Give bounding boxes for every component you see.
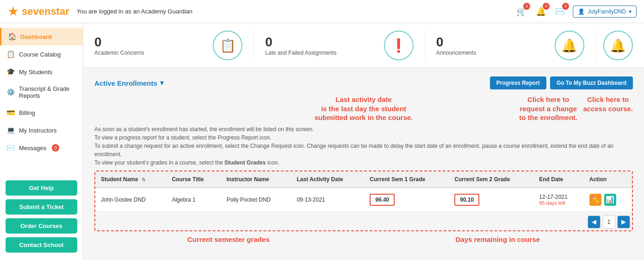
enrollment-header-buttons: Progress Report Go To My Buzz Dashboard <box>490 76 633 89</box>
next-page-button[interactable]: ▶ <box>617 216 630 228</box>
logo-text: sevenstar <box>22 6 69 18</box>
stat-late-failed: 0 Late and Failed Assignments ❗ <box>254 31 425 60</box>
header-left: ★ sevenstar You are logged in as an Acad… <box>7 4 192 19</box>
sidebar-label-messages: Messages <box>19 145 46 152</box>
stat-late-value: 0 <box>265 35 336 50</box>
pagination-row: ◀ 1 ▶ <box>95 212 632 230</box>
col-sem1-grade: Current Sem 1 Grade <box>364 171 449 188</box>
info-line-3: To submit a change request for an active… <box>94 142 633 159</box>
cell-action: ✏️ 📊 <box>584 188 632 212</box>
enrollment-info-text: As soon as a student's enrollment has st… <box>94 125 633 167</box>
user-menu-button[interactable]: 👤 JulyFamilyDND ▾ <box>573 6 637 18</box>
messages-button[interactable]: ✉️ 0 <box>553 5 567 19</box>
sidebar-item-my-instructors[interactable]: 💻 My Instructors <box>0 121 83 139</box>
sidebar-label-dashboard: Dashboard <box>20 33 52 40</box>
cell-last-activity: 09-13-2021 <box>291 188 364 212</box>
info-line-4: To view your student's grades in a cours… <box>94 159 633 167</box>
bottom-annotations: Current semester grades Days remaining i… <box>94 235 633 244</box>
days-left-value: 95 days left <box>539 200 578 206</box>
layout: 🏠 Dashboard 📋 Course Catalog 🎓 My Studen… <box>0 23 644 260</box>
info-line-2: To view a progress report for a student,… <box>94 133 633 142</box>
sidebar-item-messages[interactable]: ✉️ Messages 0 <box>0 139 83 157</box>
student-grades-icon[interactable]: 📊 <box>604 194 616 206</box>
col-sem2-grade: Current Sem 2 Grade <box>449 171 533 188</box>
stat-late-label: Late and Failed Assignments <box>265 50 336 56</box>
sem2-grade-box: 90.10 <box>454 194 479 206</box>
sidebar-item-my-students[interactable]: 🎓 My Students <box>0 63 83 81</box>
cell-instructor-name: Polly Pocket DND <box>221 188 291 212</box>
contact-school-button[interactable]: Contact School <box>6 237 77 253</box>
content-area: Active Enrollments ▾ Progress Report Go … <box>83 68 644 252</box>
enrollments-title-text: Active Enrollments <box>94 79 157 87</box>
prev-page-button[interactable]: ◀ <box>588 216 601 228</box>
get-help-button[interactable]: Get Help <box>6 180 77 196</box>
cell-course-title: Algebra 1 <box>166 188 221 212</box>
catalog-icon: 📋 <box>6 50 15 58</box>
enrollments-header: Active Enrollments ▾ Progress Report Go … <box>94 76 633 89</box>
action-icons-row: ✏️ 📊 <box>589 194 626 206</box>
message-badge: 0 <box>562 3 569 10</box>
table-row: John Goslee DND Algebra 1 Polly Pocket D… <box>95 188 632 212</box>
messages-badge: 0 <box>52 144 59 152</box>
sidebar-label-billing: Billing <box>19 109 35 116</box>
cell-sem1-grade: 96.40 <box>364 188 449 212</box>
annotation-change-enrollment: Click here torequest a changeto the enro… <box>519 95 577 122</box>
home-icon: 🏠 <box>8 32 17 41</box>
stat-academic-icon: 📋 <box>213 31 242 60</box>
enrollments-dropdown-icon: ▾ <box>160 79 164 87</box>
buzz-dashboard-button[interactable]: Go To My Buzz Dashboard <box>550 76 633 89</box>
header: ★ sevenstar You are logged in as an Acad… <box>0 0 644 23</box>
annotation-access-course: Click here toaccess course. <box>583 95 633 113</box>
sidebar-item-billing[interactable]: 💳 Billing <box>0 104 83 121</box>
cell-sem2-grade: 90.10 <box>449 188 533 212</box>
main-content: 0 Academic Concerns 📋 0 Late and Failed … <box>83 23 644 260</box>
sidebar-item-dashboard[interactable]: 🏠 Dashboard <box>0 28 83 45</box>
stat-bell-placeholder: 🔔 <box>596 31 633 60</box>
user-dropdown-icon: ▾ <box>629 8 632 15</box>
enrollments-title[interactable]: Active Enrollments ▾ <box>94 79 164 87</box>
billing-icon: 💳 <box>6 108 15 117</box>
transcript-icon: ⚙️ <box>6 88 15 96</box>
annotation-days-remaining: Days remaining in course <box>455 235 540 244</box>
messages-nav-icon: ✉️ <box>6 144 15 152</box>
annotation-current-grades: Current semester grades <box>187 235 270 244</box>
enrollments-table: Student Name ⇅ Course Title Instructor N… <box>95 171 632 212</box>
notifications-button[interactable]: 🔔 0 <box>534 5 548 19</box>
stat-announcements: 0 Announcements 🔔 <box>425 31 596 60</box>
sidebar-item-transcript[interactable]: ⚙️ Transcript & Grade Reports <box>0 81 83 104</box>
enrollments-table-wrapper: Student Name ⇅ Course Title Instructor N… <box>94 171 633 231</box>
col-course-title: Course Title <box>166 171 221 188</box>
info-line-1: As soon as a student's enrollment has st… <box>94 125 633 133</box>
annotation-top-area: Last activity dateis the last day the st… <box>94 95 633 122</box>
logo: ★ sevenstar <box>7 4 69 19</box>
stat-announce-value: 0 <box>436 35 477 50</box>
col-action: Action <box>584 171 632 188</box>
sidebar-item-course-catalog[interactable]: 📋 Course Catalog <box>0 45 83 63</box>
stat-late-text: 0 Late and Failed Assignments <box>265 35 336 56</box>
col-student-name: Student Name ⇅ <box>95 171 166 188</box>
cart-badge: 0 <box>523 3 530 10</box>
instructors-icon: 💻 <box>6 126 15 134</box>
progress-report-button[interactable]: Progress Report <box>490 76 546 89</box>
header-right: 🛒 0 🔔 0 ✉️ 0 👤 JulyFamilyDND ▾ <box>514 5 637 19</box>
col-last-activity: Last Activity Date <box>291 171 364 188</box>
header-greeting: You are logged in as an Academy Guardian <box>77 8 192 15</box>
logo-star-icon: ★ <box>7 4 19 19</box>
order-courses-button[interactable]: Order Courses <box>6 218 77 234</box>
table-header-row: Student Name ⇅ Course Title Instructor N… <box>95 171 632 188</box>
stat-announce-icon: 🔔 <box>555 31 584 60</box>
user-label: JulyFamilyDND <box>588 8 626 15</box>
cell-end-date: 12-17-2021 95 days left <box>533 188 583 212</box>
annotation-last-activity: Last activity dateis the last day the st… <box>315 95 413 122</box>
notification-badge: 0 <box>543 3 550 10</box>
stat-announce-text: 0 Announcements <box>436 35 477 56</box>
stat-academic-concerns: 0 Academic Concerns 📋 <box>94 31 254 60</box>
change-request-icon[interactable]: ✏️ <box>589 194 601 206</box>
sidebar: 🏠 Dashboard 📋 Course Catalog 🎓 My Studen… <box>0 23 83 260</box>
stat-academic-text: 0 Academic Concerns <box>94 35 144 56</box>
sidebar-action-buttons: Get Help Submit a Ticket Order Courses C… <box>0 173 83 260</box>
cart-button[interactable]: 🛒 0 <box>514 5 528 19</box>
stat-announce-label: Announcements <box>436 50 477 56</box>
submit-ticket-button[interactable]: Submit a Ticket <box>6 199 77 215</box>
stat-academic-value: 0 <box>94 35 144 50</box>
